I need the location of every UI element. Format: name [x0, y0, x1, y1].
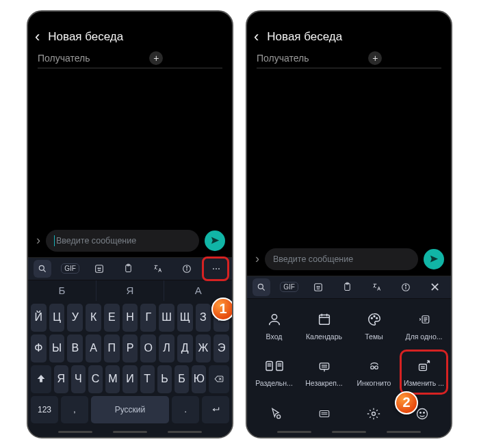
gif-icon[interactable]: GIF: [60, 260, 81, 278]
back-icon[interactable]: ‹: [35, 29, 40, 44]
send-button[interactable]: [205, 230, 225, 251]
option-login[interactable]: Вход: [250, 303, 298, 348]
add-recipient-button[interactable]: +: [149, 51, 163, 65]
bottom-icon-row: [247, 400, 451, 427]
key[interactable]: Б: [174, 365, 189, 393]
message-placeholder: Введите сообщение: [273, 254, 353, 264]
key[interactable]: Ц: [49, 304, 65, 332]
key[interactable]: Э: [213, 334, 229, 363]
option-label: Календарь: [306, 332, 342, 341]
info-icon[interactable]: [177, 260, 197, 278]
option-incognito[interactable]: Инкогнито: [350, 350, 398, 395]
keyboard-icon[interactable]: [314, 404, 335, 424]
message-composer: › Введите сообщение: [247, 244, 451, 276]
period-key[interactable]: .: [172, 396, 199, 423]
clipboard-icon[interactable]: [118, 260, 139, 278]
callout-badge-2: 2: [395, 391, 418, 414]
message-input[interactable]: Введите сообщение: [265, 248, 418, 270]
numeric-key[interactable]: 123: [31, 396, 58, 423]
key[interactable]: Е: [104, 304, 120, 332]
key[interactable]: П: [104, 334, 120, 363]
status-bar: [247, 12, 451, 27]
composer-chevron-icon[interactable]: ›: [36, 233, 40, 248]
key[interactable]: У: [67, 304, 83, 332]
svg-line-13: [263, 288, 265, 290]
key[interactable]: Ы: [49, 334, 65, 363]
key[interactable]: К: [86, 304, 101, 332]
key[interactable]: Р: [122, 334, 138, 363]
message-area: [28, 73, 232, 226]
key[interactable]: Н: [122, 304, 138, 332]
key[interactable]: Ь: [157, 365, 172, 393]
key[interactable]: Й: [31, 304, 47, 332]
option-calendar[interactable]: Календарь: [300, 303, 348, 348]
key[interactable]: Л: [159, 334, 174, 363]
translate-icon[interactable]: [148, 260, 168, 278]
cursor-icon[interactable]: [266, 404, 286, 424]
backspace-key[interactable]: [209, 365, 229, 393]
recipient-row[interactable]: Получатель +: [247, 51, 451, 68]
prediction-1[interactable]: Б: [28, 280, 96, 301]
option-onehanded[interactable]: Для одно...: [400, 303, 448, 348]
status-bar: [28, 12, 232, 27]
message-input[interactable]: Введите сообщение: [46, 230, 199, 252]
palette-icon: [365, 311, 383, 328]
option-resize[interactable]: Изменить ...: [400, 350, 448, 395]
keyboard-options-panel: GIF ✕ Вход Календарь: [247, 276, 451, 437]
composer-chevron-icon[interactable]: ›: [255, 252, 259, 266]
sticker-icon[interactable]: [89, 260, 109, 278]
recipient-label: Получатель: [38, 53, 90, 64]
onehanded-icon: [415, 311, 433, 328]
option-split[interactable]: Раздельн...: [250, 350, 298, 395]
key[interactable]: Ш: [159, 304, 174, 332]
svg-point-15: [317, 286, 318, 287]
clipboard-icon[interactable]: [337, 278, 358, 296]
person-icon: [266, 311, 283, 328]
floating-keyboard-icon: [315, 357, 333, 375]
key[interactable]: Ч: [71, 365, 86, 393]
recipient-row[interactable]: Получатель +: [28, 51, 232, 68]
key[interactable]: Щ: [177, 304, 193, 332]
enter-key[interactable]: [202, 396, 229, 423]
key[interactable]: Ж: [196, 334, 211, 363]
option-label: Вход: [266, 332, 283, 341]
key[interactable]: В: [67, 334, 83, 363]
key[interactable]: Ю: [192, 365, 206, 393]
info-icon[interactable]: [396, 278, 416, 296]
more-options-button[interactable]: ⋯: [206, 260, 226, 278]
svg-point-56: [420, 412, 422, 413]
svg-rect-2: [96, 265, 103, 272]
close-icon[interactable]: ✕: [425, 278, 445, 296]
key[interactable]: А: [86, 334, 101, 363]
search-icon[interactable]: [34, 260, 51, 278]
key[interactable]: Г: [140, 304, 156, 332]
back-icon[interactable]: ‹: [254, 29, 259, 44]
send-button[interactable]: [424, 249, 444, 269]
settings-icon[interactable]: [363, 404, 384, 424]
add-recipient-button[interactable]: +: [368, 51, 382, 65]
svg-point-50: [276, 414, 280, 418]
key[interactable]: Ф: [31, 334, 47, 363]
search-icon[interactable]: [253, 278, 270, 296]
key[interactable]: М: [105, 365, 120, 393]
space-key[interactable]: Русский: [91, 396, 169, 423]
shift-key[interactable]: [31, 365, 51, 393]
key[interactable]: Т: [140, 365, 155, 393]
key[interactable]: И: [122, 365, 137, 393]
gif-icon[interactable]: GIF: [279, 278, 300, 296]
key[interactable]: С: [88, 365, 103, 393]
key[interactable]: О: [140, 334, 156, 363]
key[interactable]: З: [196, 304, 211, 332]
keyboard: GIF ⋯ Б Я А Й: [28, 257, 232, 437]
key[interactable]: Я: [54, 365, 68, 393]
prediction-2[interactable]: Я: [96, 280, 165, 301]
option-themes[interactable]: Темы: [350, 303, 398, 348]
sticker-icon[interactable]: [308, 278, 328, 296]
comma-key[interactable]: ,: [61, 396, 88, 423]
translate-icon[interactable]: [367, 278, 387, 296]
option-floating[interactable]: Незакреп...: [300, 350, 348, 395]
message-placeholder: Введите сообщение: [56, 236, 136, 246]
key[interactable]: Д: [177, 334, 193, 363]
options-grid: Вход Календарь Темы Для одно... Раздельн…: [247, 299, 451, 400]
svg-point-9: [187, 266, 187, 267]
